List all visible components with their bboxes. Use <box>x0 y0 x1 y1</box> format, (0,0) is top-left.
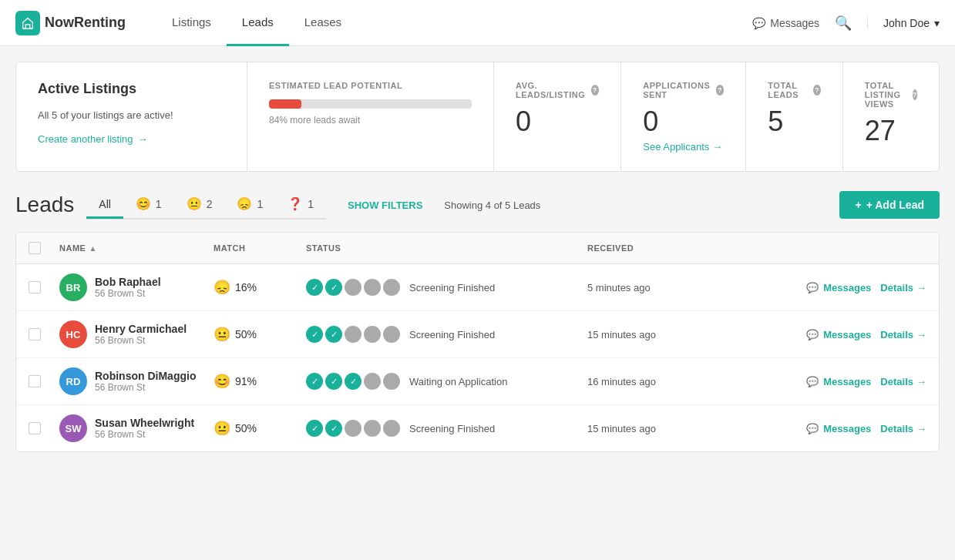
user-label: John Doe <box>883 17 930 29</box>
row-checkbox-container <box>29 375 59 387</box>
logo[interactable]: NowRenting <box>15 11 126 35</box>
table-body: BR Bob Raphael 56 Brown St 😞 16% ✓✓ Scre… <box>16 264 939 451</box>
applications-sent-value: 0 <box>643 106 724 138</box>
tab-sad[interactable]: 😞 1 <box>224 190 275 220</box>
row-name-block: HC Henry Carmichael 56 Brown St <box>59 320 214 348</box>
status-circles: ✓✓ <box>306 279 400 296</box>
lead-potential-text: 84% more leads await <box>269 115 472 126</box>
lead-address: 56 Brown St <box>95 335 187 346</box>
match-percent: 50% <box>235 328 257 340</box>
row-checkbox[interactable] <box>29 422 41 434</box>
header-received: RECEIVED <box>587 243 726 253</box>
avg-leads-value: 0 <box>516 106 599 138</box>
tab-happy-count: 1 <box>156 198 162 210</box>
applications-help-icon[interactable]: ? <box>716 85 724 96</box>
messages-action[interactable]: 💬 Messages <box>806 423 871 434</box>
chevron-down-icon: ▾ <box>934 17 940 29</box>
add-lead-button[interactable]: + + Add Lead <box>839 191 940 219</box>
select-all-checkbox[interactable] <box>29 242 41 254</box>
row-checkbox-container <box>29 422 59 434</box>
chat-icon: 💬 <box>806 376 819 387</box>
tab-all[interactable]: All <box>86 192 123 219</box>
details-action[interactable]: Details → <box>880 282 926 293</box>
nav-leases[interactable]: Leases <box>289 0 357 46</box>
show-filters-button[interactable]: SHOW FILTERS <box>338 200 432 211</box>
details-action[interactable]: Details → <box>880 376 926 387</box>
status-circle-0: ✓ <box>306 326 323 343</box>
stats-right: AVG. LEADS/LISTING ? 0 APPLICATIONS SENT… <box>494 62 939 171</box>
status-circle-4 <box>383 279 400 296</box>
sort-arrow-icon: ▲ <box>89 244 96 253</box>
nav-links: Listings Leads Leases <box>156 0 752 46</box>
active-listings-desc: All 5 of your listings are active! <box>38 109 225 121</box>
sad-icon: 😞 <box>237 196 252 211</box>
total-leads-help-icon[interactable]: ? <box>813 85 820 96</box>
tab-unknown[interactable]: ❓ 1 <box>275 190 326 220</box>
leads-tabs: All 😊 1 😐 2 😞 1 ❓ 1 <box>86 190 326 220</box>
row-match: 😐 50% <box>214 326 306 343</box>
lead-name: Bob Raphael <box>95 276 161 288</box>
tab-all-label: All <box>99 198 111 210</box>
status-circle-1: ✓ <box>325 279 342 296</box>
details-label: Details <box>880 329 913 340</box>
lead-address: 56 Brown St <box>95 288 161 299</box>
messages-action[interactable]: 💬 Messages <box>806 329 871 340</box>
showing-count: Showing 4 of 5 Leads <box>444 200 827 211</box>
progress-bar <box>269 99 472 109</box>
stats-card: Active Listings All 5 of your listings a… <box>15 62 940 172</box>
tab-neutral-count: 2 <box>207 198 213 210</box>
total-leads-value: 5 <box>768 106 820 138</box>
messages-link[interactable]: 💬 Messages <box>752 17 819 29</box>
search-icon[interactable]: 🔍 <box>835 15 852 32</box>
row-match: 😐 50% <box>214 420 306 437</box>
plus-icon: + <box>855 199 861 211</box>
arrow-right-icon: → <box>916 423 926 434</box>
messages-label: Messages <box>823 282 871 293</box>
row-name-block: BR Bob Raphael 56 Brown St <box>59 273 214 301</box>
row-received: 16 minutes ago <box>587 376 726 387</box>
nav-listings[interactable]: Listings <box>156 0 227 46</box>
tab-neutral[interactable]: 😐 2 <box>174 190 225 220</box>
match-percent: 50% <box>235 422 257 434</box>
unknown-icon: ❓ <box>288 196 303 211</box>
row-checkbox[interactable] <box>29 328 41 340</box>
tab-happy[interactable]: 😊 1 <box>123 190 174 220</box>
match-percent: 91% <box>235 375 257 387</box>
total-listing-views-box: TOTAL LISTING VIEWS ? 27 <box>843 62 939 171</box>
avg-leads-label: AVG. LEADS/LISTING ? <box>516 81 599 99</box>
row-checkbox[interactable] <box>29 375 41 387</box>
details-action[interactable]: Details → <box>880 329 926 340</box>
messages-action[interactable]: 💬 Messages <box>806 376 871 387</box>
avg-leads-help-icon[interactable]: ? <box>591 85 600 96</box>
tab-unknown-count: 1 <box>308 198 314 210</box>
nav-leads[interactable]: Leads <box>227 0 289 46</box>
main-content: Active Listings All 5 of your listings a… <box>0 46 955 468</box>
header-checkbox <box>29 242 59 254</box>
row-status: ✓✓ Screening Finished <box>306 326 587 343</box>
user-menu[interactable]: John Doe ▾ <box>867 17 940 29</box>
see-applicants-link[interactable]: See Applicants → <box>643 141 724 153</box>
status-circle-3 <box>364 279 381 296</box>
messages-label: Messages <box>770 17 819 29</box>
total-leads-label: TOTAL LEADS ? <box>768 81 820 99</box>
row-actions: 💬 Messages Details → <box>726 376 926 387</box>
total-listing-views-label: TOTAL LISTING VIEWS ? <box>865 81 917 109</box>
details-action[interactable]: Details → <box>880 423 926 434</box>
active-listings-title: Active Listings <box>38 81 225 97</box>
messages-action[interactable]: 💬 Messages <box>806 282 871 293</box>
row-checkbox[interactable] <box>29 281 41 293</box>
chat-icon: 💬 <box>752 17 765 29</box>
chat-icon: 💬 <box>806 329 819 340</box>
table-row: BR Bob Raphael 56 Brown St 😞 16% ✓✓ Scre… <box>16 264 939 311</box>
applications-sent-box: APPLICATIONS SENT ? 0 See Applicants → <box>621 62 746 171</box>
status-circle-1: ✓ <box>325 373 342 390</box>
total-leads-box: TOTAL LEADS ? 5 <box>746 62 842 171</box>
status-circle-3 <box>364 420 381 437</box>
row-match: 😊 91% <box>214 373 306 390</box>
create-listing-link[interactable]: Create another listing → <box>38 133 225 145</box>
leads-title: Leads <box>15 193 74 217</box>
listing-views-help-icon[interactable]: ? <box>913 89 917 100</box>
arrow-right-icon: → <box>916 376 926 387</box>
header-name[interactable]: NAME ▲ <box>59 243 214 253</box>
logo-icon <box>15 11 40 35</box>
